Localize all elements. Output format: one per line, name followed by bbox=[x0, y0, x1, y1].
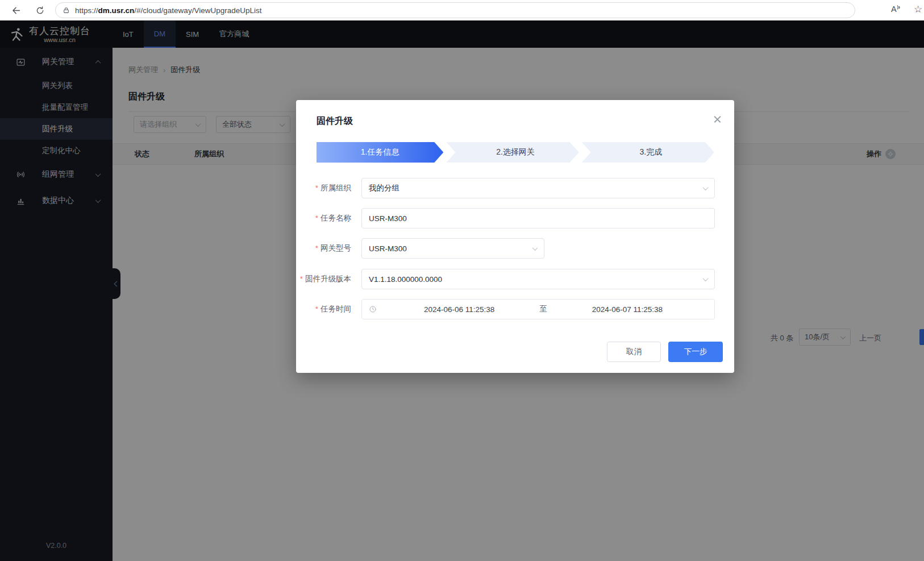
task-time-field-label: *任务时间 bbox=[296, 299, 351, 319]
task-name-field-label-text: 任务名称 bbox=[321, 214, 351, 222]
read-aloud-icon[interactable]: A bbox=[891, 5, 901, 14]
url-path: /#/cloud/gateway/ViewUpgradeUpList bbox=[134, 6, 261, 15]
firmware-version-field-label-text: 固件升级版本 bbox=[305, 275, 351, 283]
form-row-gateway-model: *网关型号 USR-M300 bbox=[296, 238, 734, 259]
org-field-label: *所属组织 bbox=[296, 178, 351, 198]
task-time-end-value[interactable]: 2024-06-07 11:25:38 bbox=[547, 305, 707, 314]
org-select-value: 我的分组 bbox=[369, 183, 399, 193]
form-row-task-name: *任务名称 USR-M300 bbox=[296, 208, 734, 228]
firmware-version-select[interactable]: V1.1.18.000000.0000 bbox=[361, 269, 715, 289]
form-row-org: *所属组织 我的分组 bbox=[296, 178, 734, 198]
step-task-info: 1.任务信息 bbox=[317, 142, 443, 163]
task-name-input-value: USR-M300 bbox=[369, 214, 407, 223]
required-mark: * bbox=[315, 214, 318, 222]
step-select-gateway: 2.选择网关 bbox=[446, 142, 578, 163]
required-mark: * bbox=[315, 244, 318, 252]
org-field-label-text: 所属组织 bbox=[321, 184, 351, 192]
address-bar[interactable]: https://dm.usr.cn/#/cloud/gateway/ViewUp… bbox=[55, 2, 855, 18]
form-row-task-time: *任务时间 2024-06-06 11:25:38 至 2024-06-07 1… bbox=[296, 299, 734, 319]
firmware-version-select-value: V1.1.18.000000.0000 bbox=[369, 275, 442, 284]
browser-toolbar: https://dm.usr.cn/#/cloud/gateway/ViewUp… bbox=[0, 0, 924, 20]
gateway-model-select[interactable]: USR-M300 bbox=[361, 238, 544, 259]
firmware-upgrade-dialog: 固件升级 1.任务信息 2.选择网关 3.完成 *所属组织 我的分组 *任务名称… bbox=[296, 100, 734, 373]
task-time-field-label-text: 任务时间 bbox=[321, 305, 351, 313]
gateway-model-select-value: USR-M300 bbox=[369, 244, 407, 253]
task-time-range-picker[interactable]: 2024-06-06 11:25:38 至 2024-06-07 11:25:3… bbox=[361, 299, 715, 319]
cancel-button[interactable]: 取消 bbox=[607, 342, 661, 362]
url-scheme: https:// bbox=[75, 6, 98, 15]
read-aloud-letter: A bbox=[891, 5, 897, 14]
url-text: https://dm.usr.cn/#/cloud/gateway/ViewUp… bbox=[75, 6, 261, 15]
form-row-firmware-version: *固件升级版本 V1.1.18.000000.0000 bbox=[296, 269, 734, 289]
next-step-button[interactable]: 下一步 bbox=[668, 342, 723, 362]
gateway-model-field-label: *网关型号 bbox=[296, 238, 351, 259]
clock-icon bbox=[369, 305, 377, 313]
chevron-down-icon bbox=[533, 247, 537, 251]
favorite-star-icon[interactable]: ☆ bbox=[914, 3, 922, 15]
browser-back-button[interactable] bbox=[9, 3, 23, 17]
required-mark: * bbox=[300, 275, 303, 283]
required-mark: * bbox=[315, 305, 318, 313]
task-time-start-value[interactable]: 2024-06-06 11:25:38 bbox=[379, 305, 539, 314]
dialog-title: 固件升级 bbox=[317, 115, 353, 127]
close-icon[interactable] bbox=[713, 114, 723, 124]
chevron-down-icon bbox=[704, 277, 707, 281]
firmware-version-field-label: *固件升级版本 bbox=[296, 269, 351, 289]
wizard-steps: 1.任务信息 2.选择网关 3.完成 bbox=[317, 142, 714, 163]
browser-refresh-button[interactable] bbox=[33, 3, 47, 17]
url-host: dm.usr.cn bbox=[98, 6, 135, 15]
step-finish: 3.完成 bbox=[582, 142, 714, 163]
task-name-input[interactable]: USR-M300 bbox=[361, 208, 715, 228]
task-name-field-label: *任务名称 bbox=[296, 208, 351, 228]
lock-icon bbox=[63, 6, 70, 14]
required-mark: * bbox=[315, 184, 318, 192]
gateway-model-field-label-text: 网关型号 bbox=[321, 244, 351, 252]
task-time-separator: 至 bbox=[539, 304, 547, 314]
org-select[interactable]: 我的分组 bbox=[361, 178, 715, 198]
chevron-down-icon bbox=[704, 186, 707, 190]
